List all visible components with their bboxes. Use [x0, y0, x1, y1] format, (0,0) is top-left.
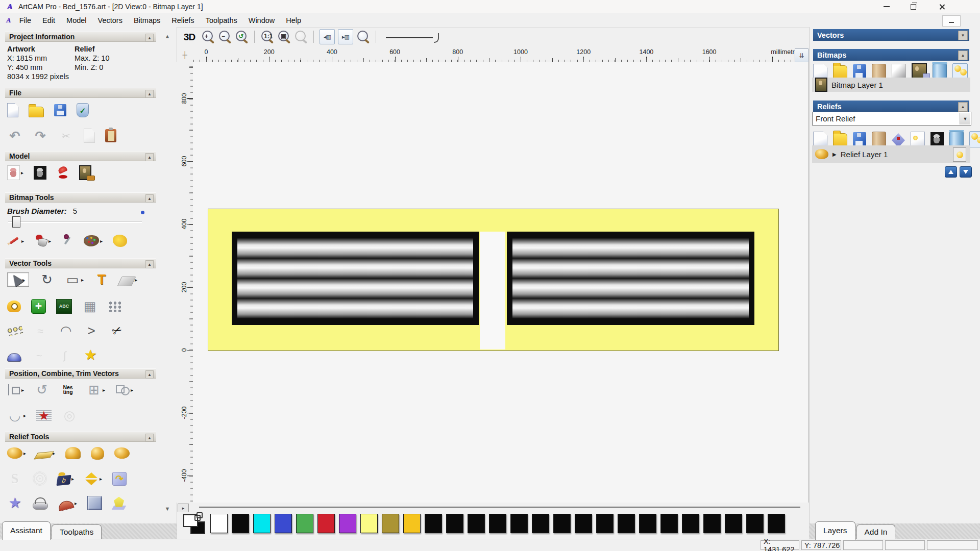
section-header-relief-tools[interactable]: Relief Tools ▲: [5, 432, 156, 442]
save-bitmap-layer-icon[interactable]: [853, 64, 866, 79]
vectors-section-header[interactable]: Vectors ▼: [813, 29, 969, 41]
erase-vectors-icon[interactable]: ▸: [119, 273, 137, 286]
create-polyline-icon[interactable]: >: [84, 322, 99, 339]
palette-swatch[interactable]: [768, 514, 785, 533]
lighting-icon[interactable]: [57, 166, 69, 179]
move-layer-down-button[interactable]: [960, 166, 972, 178]
zoom-selection-icon[interactable]: [294, 30, 308, 44]
ruler-unit-dropdown-button[interactable]: ⇊: [795, 48, 808, 62]
new-bitmap-layer-icon[interactable]: [813, 64, 827, 79]
star-tool-icon[interactable]: ★: [83, 347, 98, 363]
transform-vectors-icon[interactable]: ↻: [39, 271, 55, 288]
flyout-arrow-icon[interactable]: ▸: [23, 450, 26, 456]
text-on-curve-icon[interactable]: ↺: [34, 382, 50, 398]
flyout-arrow-icon[interactable]: ▸: [100, 238, 103, 244]
delete-relief-layer-icon[interactable]: [949, 132, 964, 147]
next-view-button[interactable]: ▸▥: [338, 29, 353, 44]
texture-relief-icon[interactable]: ★: [7, 495, 22, 511]
flyout-arrow-icon[interactable]: ▸: [21, 170, 23, 176]
palette-swatch[interactable]: [253, 514, 271, 533]
palette-swatch[interactable]: [296, 514, 313, 533]
colour-palette-icon[interactable]: ▸: [84, 235, 103, 246]
colour-picker-icon[interactable]: [61, 234, 74, 247]
align-vectors-icon[interactable]: ▸: [7, 384, 24, 395]
palette-swatch[interactable]: [468, 514, 485, 533]
node-editing-icon[interactable]: [7, 327, 22, 335]
create-text-icon[interactable]: T: [94, 271, 109, 288]
emboss-relief-icon[interactable]: [87, 496, 102, 510]
view-3d-button[interactable]: 3D: [181, 29, 198, 45]
section-header-position-combine-trim[interactable]: Position, Combine, Trim Vectors ▲: [5, 368, 156, 379]
expand-layer-icon[interactable]: ▶: [832, 152, 837, 157]
flyout-arrow-icon[interactable]: ▸: [48, 238, 51, 244]
relief-from-image-icon[interactable]: b▸: [57, 472, 74, 485]
clear-bitmap-icon[interactable]: [892, 64, 906, 79]
open-model-icon[interactable]: [29, 103, 44, 117]
menu-item-window[interactable]: Window: [243, 14, 281, 27]
brush-diameter-slider-handle[interactable]: [12, 216, 20, 228]
collapse-arrow-icon[interactable]: ▲: [145, 194, 154, 203]
expand-arrow-icon[interactable]: ▼: [958, 31, 968, 40]
palette-swatch[interactable]: [339, 514, 356, 533]
relief-set-dropdown[interactable]: Front Relief ▼: [812, 112, 971, 126]
maximize-button[interactable]: [901, 0, 925, 13]
combine-vectors-icon[interactable]: ▸: [115, 384, 133, 395]
envelope-mesh-icon[interactable]: ▦: [82, 298, 97, 314]
redo-icon[interactable]: ↷: [33, 128, 48, 144]
palette-swatch[interactable]: [660, 514, 678, 533]
paint-icon[interactable]: ▸: [7, 234, 24, 247]
menu-item-edit[interactable]: Edit: [37, 14, 61, 27]
weave-wizard-icon[interactable]: [33, 471, 47, 486]
merge-bitmap-icon[interactable]: [872, 64, 886, 79]
flyout-arrow-icon[interactable]: ▸: [21, 387, 24, 393]
ruler-origin-button[interactable]: ┼: [177, 47, 193, 63]
preview-relief-icon[interactable]: [356, 30, 370, 44]
horizontal-scroll-button[interactable]: ▸: [178, 504, 189, 512]
calculate-relief-icon[interactable]: ▸: [7, 447, 26, 459]
collapse-arrow-icon[interactable]: ▲: [958, 51, 968, 60]
section-header-bitmap-tools[interactable]: Bitmap Tools ▲: [5, 192, 156, 203]
palette-swatch[interactable]: [746, 514, 764, 533]
panel-scroll-down-icon[interactable]: ▼: [163, 506, 172, 512]
sweep-profile-icon[interactable]: S: [7, 470, 22, 487]
collapse-arrow-icon[interactable]: ▲: [145, 370, 154, 379]
spin-relief-icon[interactable]: [91, 447, 104, 460]
create-rectangle-icon[interactable]: ▭▸: [65, 271, 84, 288]
merge-relief-icon[interactable]: [872, 132, 886, 147]
zoom-previous-icon[interactable]: ↺: [235, 30, 249, 44]
bitmap-layer-row[interactable]: Bitmap Layer 1: [812, 78, 970, 92]
bitmaps-section-header[interactable]: Bitmaps ▲: [813, 49, 969, 61]
greyscale-preview-icon[interactable]: [34, 166, 46, 180]
menu-item-toolpaths[interactable]: Toolpaths: [200, 14, 243, 27]
reliefs-section-header[interactable]: Reliefs ▲: [813, 101, 969, 112]
isolate-relief-icon[interactable]: [112, 497, 126, 510]
create-text-block-icon[interactable]: ABC: [56, 299, 72, 314]
section-header-model[interactable]: Model ▲: [5, 151, 156, 161]
profile-relief-icon[interactable]: ▸: [58, 497, 77, 510]
zoom-in-icon[interactable]: +: [201, 30, 215, 44]
panel-scroll-up-icon[interactable]: ▲: [163, 33, 172, 39]
fit-curve-icon[interactable]: ~: [32, 347, 47, 363]
palette-swatch[interactable]: [618, 514, 635, 533]
flyout-arrow-icon[interactable]: ▸: [131, 387, 133, 393]
load-reference-image-icon[interactable]: [79, 165, 91, 180]
palette-swatch[interactable]: [553, 514, 571, 533]
palette-swatch[interactable]: [682, 514, 699, 533]
relief-layer-row[interactable]: ▶ Relief Layer 1: [812, 145, 970, 163]
menu-item-vectors[interactable]: Vectors: [92, 14, 128, 27]
flood-fill-icon[interactable]: ▸: [34, 234, 51, 247]
distort-vectors-icon[interactable]: ★: [36, 409, 52, 422]
greyscale-from-relief-icon[interactable]: [930, 132, 944, 146]
freehand-draw-icon[interactable]: ≈: [33, 322, 48, 339]
trim-vectors-icon[interactable]: ✂: [109, 322, 125, 339]
extrude-relief-icon[interactable]: [65, 447, 81, 459]
palette-swatch[interactable]: [232, 514, 249, 533]
spiral-tool-icon[interactable]: ◎: [62, 407, 77, 423]
palette-swatch[interactable]: [446, 514, 463, 533]
menu-item-bitmaps[interactable]: Bitmaps: [128, 14, 166, 27]
flyout-arrow-icon[interactable]: ▸: [71, 476, 74, 482]
paste-icon[interactable]: [105, 129, 116, 142]
section-header-vector-tools[interactable]: Vector Tools ▲: [5, 258, 156, 268]
palette-swatch[interactable]: [510, 514, 528, 533]
flyout-arrow-icon[interactable]: ▸: [100, 476, 102, 482]
